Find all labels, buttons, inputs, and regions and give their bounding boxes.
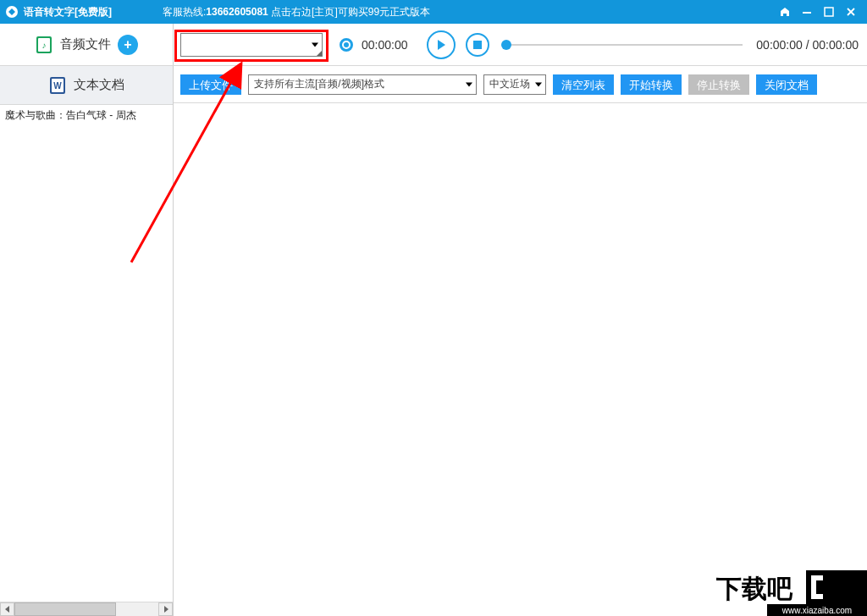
- top-toolbar: ♪ 音频文件 + 00:00:00 00:00:00 / 00:00:00: [0, 24, 867, 66]
- maximize-button[interactable]: [818, 3, 840, 20]
- app-title: 语音转文字[免费版]: [24, 5, 112, 19]
- stop-convert-button: 停止转换: [688, 74, 749, 95]
- svg-rect-2: [825, 8, 833, 16]
- chevron-down-icon: [535, 82, 542, 86]
- hotline-number: 13662605081: [206, 6, 268, 18]
- hotline-suffix: 点击右边[主页]可购买99元正式版本: [268, 6, 430, 18]
- progress-slider[interactable]: [506, 36, 743, 53]
- minimize-button[interactable]: [796, 3, 818, 20]
- list-item[interactable]: 魔术与歌曲：告白气球 - 周杰: [0, 105, 173, 126]
- chevron-down-icon: [466, 82, 472, 86]
- svg-rect-1: [803, 12, 811, 14]
- scrollbar-thumb[interactable]: [14, 602, 116, 616]
- svg-text:♪: ♪: [42, 41, 47, 50]
- audio-file-icon: ♪: [35, 36, 53, 54]
- text-document-label: 文本文档: [74, 77, 124, 93]
- content-area: [174, 103, 867, 616]
- start-convert-button[interactable]: 开始转换: [621, 74, 682, 95]
- home-button[interactable]: [774, 3, 796, 20]
- slider-thumb[interactable]: [501, 40, 511, 50]
- format-combo[interactable]: 支持所有主流[音频/视频]格式: [248, 74, 477, 95]
- play-button[interactable]: [427, 30, 456, 59]
- scroll-right-arrow[interactable]: [158, 602, 173, 616]
- action-toolbar: 上传文件 支持所有主流[音频/视频]格式 中文近场 清空列表 开始转换 停止转换…: [174, 66, 867, 103]
- resize-corner-icon: [317, 51, 322, 56]
- chevron-down-icon: [312, 42, 318, 47]
- text-document-tab[interactable]: W 文本文档: [0, 66, 173, 105]
- record-button[interactable]: [340, 38, 353, 52]
- file-list: 魔术与歌曲：告白气球 - 周杰: [0, 105, 173, 616]
- stop-button[interactable]: [466, 33, 489, 57]
- sidebar: W 文本文档 魔术与歌曲：告白气球 - 周杰: [0, 66, 174, 616]
- horizontal-scrollbar[interactable]: [0, 602, 173, 616]
- format-combo-text: 支持所有主流[音频/视频]格式: [254, 77, 384, 91]
- titlebar: 语音转文字[免费版] 客服热线:13662605081 点击右边[主页]可购买9…: [0, 0, 867, 24]
- record-time: 00:00:00: [362, 38, 408, 52]
- app-icon: [5, 5, 19, 19]
- close-doc-button[interactable]: 关闭文档: [756, 74, 817, 95]
- add-file-button[interactable]: +: [118, 35, 138, 55]
- main-panel: 上传文件 支持所有主流[音频/视频]格式 中文近场 清空列表 开始转换 停止转换…: [174, 66, 867, 616]
- audio-files-label: 音频文件: [60, 36, 111, 52]
- svg-text:W: W: [53, 81, 62, 91]
- close-button[interactable]: [840, 3, 862, 20]
- scroll-left-arrow[interactable]: [0, 602, 14, 616]
- hotline-prefix: 客服热线:: [163, 6, 206, 18]
- upload-file-button[interactable]: 上传文件: [180, 74, 241, 95]
- word-doc-icon: W: [48, 76, 67, 95]
- hotline-text: 客服热线:13662605081 点击右边[主页]可购买99元正式版本: [163, 5, 430, 19]
- language-combo[interactable]: 中文近场: [483, 74, 546, 95]
- clear-list-button[interactable]: 清空列表: [553, 74, 614, 95]
- language-combo-text: 中文近场: [489, 77, 530, 91]
- audio-files-tab[interactable]: ♪ 音频文件 +: [0, 24, 174, 65]
- playback-time: 00:00:00 / 00:00:00: [756, 38, 859, 52]
- file-select-combo[interactable]: [180, 33, 323, 57]
